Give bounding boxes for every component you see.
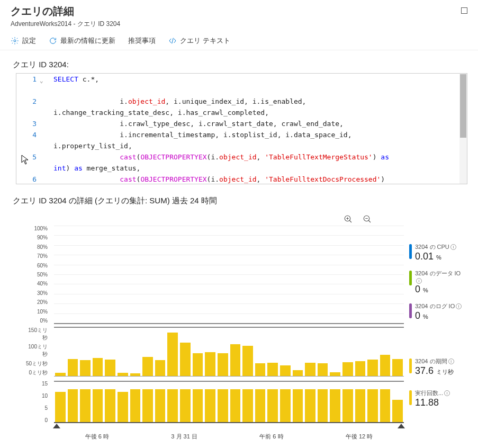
zoom-out-icon[interactable] <box>363 214 372 224</box>
duration-chart[interactable]: 150ミリ秒100ミリ秒50ミリ秒0ミリ秒 <box>28 327 404 377</box>
bar[interactable] <box>80 360 91 376</box>
range-start-handle[interactable] <box>53 424 60 428</box>
refresh-button[interactable]: 最新の情報に更新 <box>49 36 115 46</box>
info-icon[interactable]: i <box>444 390 450 396</box>
bar[interactable] <box>105 360 115 376</box>
bar[interactable] <box>218 389 228 422</box>
bar[interactable] <box>142 357 153 376</box>
bar[interactable] <box>167 389 178 422</box>
bar[interactable] <box>230 389 241 422</box>
bar[interactable] <box>280 365 291 376</box>
bar[interactable] <box>367 360 378 376</box>
x-tick: 午前 6 時 <box>259 433 283 441</box>
gear-icon <box>11 37 19 45</box>
bar[interactable] <box>305 389 315 422</box>
bar[interactable] <box>93 389 103 422</box>
editor-gutter: 123456 <box>16 74 46 184</box>
bar[interactable] <box>380 389 391 422</box>
bar[interactable] <box>205 352 215 376</box>
code-icon <box>168 37 177 45</box>
bar[interactable] <box>330 389 340 422</box>
info-icon[interactable]: i <box>456 303 462 309</box>
bar[interactable] <box>180 389 191 422</box>
refresh-icon <box>49 37 57 45</box>
bar[interactable] <box>118 373 128 376</box>
sql-editor[interactable]: 123456 ⌄ SELECT c.*, i.object_id, i.uniq… <box>16 73 467 184</box>
bar[interactable] <box>167 333 178 376</box>
bar[interactable] <box>330 372 340 376</box>
toolbar: 設定 最新の情報に更新 推奨事項 クエリ テキスト <box>0 33 478 50</box>
bar[interactable] <box>380 355 391 376</box>
fold-icon[interactable]: ⌄ <box>40 75 43 86</box>
bar[interactable] <box>293 370 303 376</box>
bar[interactable] <box>318 389 328 422</box>
bar[interactable] <box>242 389 253 422</box>
bar[interactable] <box>342 362 353 376</box>
bar[interactable] <box>318 363 328 376</box>
percent-chart[interactable]: 100%90%80%70%60%50%40%30%20%10%0% <box>28 226 404 324</box>
bar[interactable] <box>193 389 203 422</box>
bar[interactable] <box>355 389 366 422</box>
x-tick: 3 月 31 日 <box>171 433 197 441</box>
bar[interactable] <box>392 359 403 376</box>
bar[interactable] <box>255 389 266 422</box>
legend: 3204 の CPUi 0.01 % 3204 のデータ IOi 0 % 320… <box>409 213 467 441</box>
bar[interactable] <box>68 389 78 422</box>
bar[interactable] <box>155 389 166 422</box>
bar[interactable] <box>355 361 366 376</box>
range-end-handle[interactable] <box>398 424 405 428</box>
page-title: クエリの詳細 <box>11 4 120 19</box>
maximize-icon[interactable] <box>461 7 467 14</box>
page-subtitle: AdventureWorks2014 - クエリ ID 3204 <box>11 20 120 29</box>
svg-point-0 <box>14 40 16 42</box>
bar[interactable] <box>55 373 66 376</box>
bar[interactable] <box>230 344 241 376</box>
legend-logio[interactable]: 3204 のログ IOi 0 % <box>409 302 467 321</box>
bar[interactable] <box>267 389 278 422</box>
bar[interactable] <box>130 389 141 422</box>
bar[interactable] <box>130 373 141 376</box>
bar[interactable] <box>342 389 353 422</box>
bar[interactable] <box>205 389 215 422</box>
bar[interactable] <box>80 389 91 422</box>
bar[interactable] <box>218 353 228 376</box>
info-icon[interactable]: i <box>448 359 454 364</box>
bar[interactable] <box>93 358 103 376</box>
bar[interactable] <box>105 389 115 422</box>
bar[interactable] <box>293 389 303 422</box>
bar[interactable] <box>155 360 166 376</box>
recommend-button[interactable]: 推奨事項 <box>128 36 156 46</box>
editor-scrollbar[interactable] <box>459 74 467 184</box>
bar[interactable] <box>255 363 266 376</box>
legend-duration[interactable]: 3204 の期間i 37.6 ミリ秒 <box>409 357 467 377</box>
zoom-in-icon[interactable] <box>344 214 353 224</box>
legend-cpu[interactable]: 3204 の CPUi 0.01 % <box>409 243 467 262</box>
bar[interactable] <box>280 389 291 422</box>
querytext-button[interactable]: クエリ テキスト <box>168 36 230 46</box>
legend-exec[interactable]: 実行回数...i 11.88 <box>409 389 467 408</box>
bar[interactable] <box>142 389 153 422</box>
bar[interactable] <box>392 400 403 422</box>
info-icon[interactable]: i <box>450 244 456 250</box>
detail-section-label: クエリ ID 3204 の詳細 (クエリの集計: SUM) 過去 24 時間 <box>0 184 478 209</box>
info-icon[interactable]: i <box>416 278 422 284</box>
bar[interactable] <box>180 343 191 376</box>
settings-button[interactable]: 設定 <box>11 36 36 46</box>
editor-scrollthumb[interactable] <box>460 74 466 138</box>
bar[interactable] <box>367 389 378 422</box>
legend-dataio[interactable]: 3204 のデータ IOi 0 % <box>409 270 467 295</box>
bar[interactable] <box>267 363 278 376</box>
bar[interactable] <box>242 346 253 376</box>
bar[interactable] <box>118 392 128 422</box>
exec-count-chart[interactable]: 151050 <box>28 381 404 423</box>
bar[interactable] <box>68 359 78 376</box>
x-tick: 午後 6 時 <box>85 433 109 441</box>
bar[interactable] <box>55 392 66 422</box>
query-id-label: クエリ ID 3204: <box>0 50 478 73</box>
bar[interactable] <box>305 363 315 376</box>
x-tick: 午後 12 時 <box>346 433 373 441</box>
bar[interactable] <box>193 353 203 376</box>
